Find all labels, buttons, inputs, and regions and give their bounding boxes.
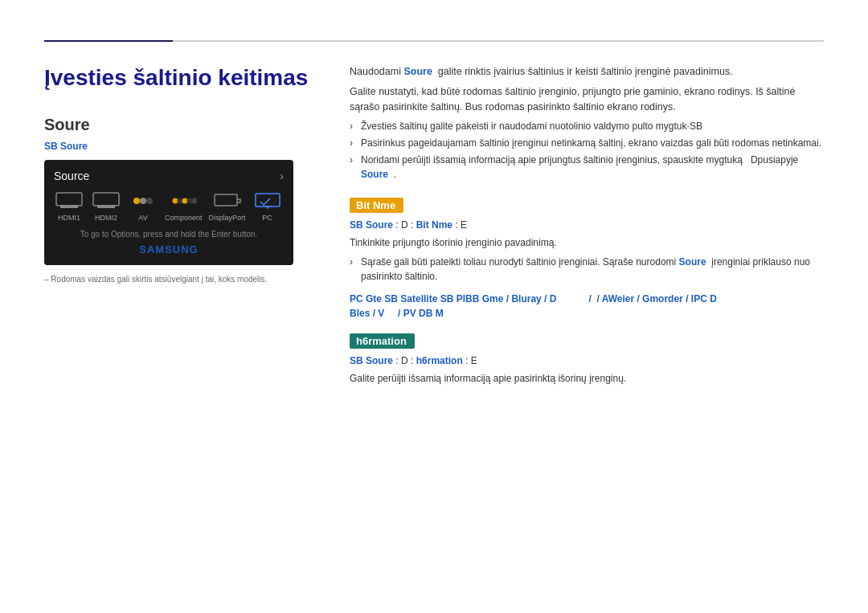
hdmi2-label: HDMI2 (95, 214, 117, 222)
component-icon (168, 190, 199, 211)
pc-icon (252, 190, 283, 211)
samsung-logo: SAMSUNG (54, 243, 284, 255)
bullet-2: Pasirinkus pageidaujamam šaltinio įrengi… (350, 136, 824, 150)
source-item-pc[interactable]: PC (252, 190, 283, 222)
bit-nme-bc-sep2: : E (455, 219, 467, 231)
source-item-hdmi1[interactable]: HDMI1 (54, 190, 84, 222)
av-icon (128, 190, 158, 211)
bit-nme-bullets: Sąraše gali būti pateikti toliau nurodyt… (350, 255, 824, 284)
svg-point-9 (182, 198, 188, 203)
h6rmation-bc-sep1: : D : (395, 355, 416, 366)
left-panel: Įvesties šaltinio keitimas Soure SB Sour… (44, 64, 317, 589)
source-box: Source › HDMI1 (44, 160, 293, 265)
displayport-icon (212, 190, 243, 211)
bit-nme-bullet-1: Sąraše gali būti pateikti toliau nurodyt… (350, 255, 824, 284)
svg-rect-0 (56, 193, 82, 206)
samsung-text: SAMSUNG (139, 243, 198, 255)
h6rmation-bc-sep2: : E (465, 355, 477, 366)
av-label: AV (138, 214, 147, 222)
hdmi1-label: HDMI1 (58, 214, 80, 222)
displayport-label: DisplayPort (209, 214, 246, 222)
page-title: Įvesties šaltinio keitimas (44, 64, 317, 92)
left-breadcrumb: SB Soure (44, 141, 317, 152)
source-header-label: Source (54, 170, 89, 182)
svg-point-7 (173, 198, 178, 203)
source-item-hdmi2[interactable]: HDMI2 (91, 190, 121, 222)
svg-rect-12 (215, 194, 237, 206)
intro-bullets: Žvesties šaltinų galite pakeisti ir naud… (350, 119, 824, 182)
page-container: Įvesties šaltinio keitimas Soure SB Sour… (0, 0, 868, 613)
source-item-av[interactable]: AV (128, 190, 158, 222)
section-title: Soure (44, 116, 317, 134)
bullet-1: Žvesties šaltinų galite pakeisti ir naud… (350, 119, 824, 133)
h6rmation-body: Galite perūijti išsamią informaciją apie… (350, 371, 824, 386)
bullet-3: Noridami perūijti išsamią informaciją ap… (350, 153, 824, 182)
svg-rect-1 (60, 205, 78, 208)
bit-nme-bc-source: SB Soure (350, 219, 393, 231)
bit-nme-badge: Bit Nme (350, 198, 403, 213)
bit-nme-bc-sep1: : D : (395, 219, 416, 231)
hdmi1-icon (54, 190, 84, 211)
source-header: Source › (54, 170, 284, 182)
source-item-displayport[interactable]: DisplayPort (209, 190, 246, 222)
svg-rect-2 (93, 193, 119, 206)
h6rmation-bc-label: h6rmation (416, 355, 463, 366)
h6rmation-badge: h6rmation (350, 333, 415, 349)
top-rule (44, 40, 824, 42)
svg-point-8 (178, 198, 183, 203)
source-items: HDMI1 HDMI2 (54, 190, 284, 222)
bit-nme-bc-label: Bit Nme (416, 219, 452, 231)
source-item-component[interactable]: Component (165, 190, 203, 222)
h6rmation-bc-source: SB Soure (350, 355, 393, 366)
intro-text-1: Naudodami Soure galite rinktis įvairius … (350, 64, 824, 80)
h6rmation-breadcrumb: SB Soure : D : h6rmation : E (350, 355, 824, 366)
component-label: Component (165, 214, 203, 222)
pc-label: PC (262, 214, 272, 222)
svg-point-10 (187, 198, 193, 203)
source-nav-icon: › (280, 170, 284, 182)
left-footnote: Rodomas vaizdas gali skirtis atsiūvelgia… (44, 275, 317, 284)
svg-point-11 (192, 198, 198, 203)
hdmi2-icon (91, 190, 121, 211)
svg-point-6 (146, 198, 153, 204)
svg-point-4 (133, 198, 140, 204)
svg-rect-3 (97, 205, 115, 208)
intro-text-2: Galite nustatyti, kad būtė rodomas šalti… (350, 84, 824, 115)
content-area: Įvesties šaltinio keitimas Soure SB Sour… (44, 64, 824, 589)
svg-point-5 (140, 198, 146, 204)
bit-nme-body: Tinkinkite prijungto išorinio įrenginio … (350, 235, 824, 250)
source-tip: To go to Options, press and hold the Ent… (54, 230, 284, 239)
bit-nme-breadcrumb: SB Soure : D : Bit Nme : E (350, 219, 824, 231)
bit-nme-list: PC Gte SB Satellite SB PlBB Gme / Bluray… (350, 292, 824, 321)
right-panel: Naudodami Soure galite rinktis įvairius … (350, 64, 824, 589)
